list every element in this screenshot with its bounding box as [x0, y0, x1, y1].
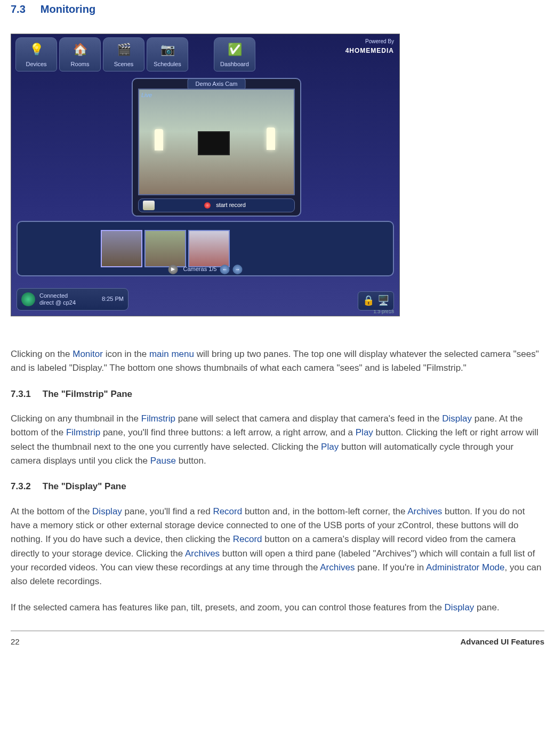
- nav-devices[interactable]: 💡Devices: [15, 37, 57, 71]
- record-link[interactable]: Record: [233, 534, 262, 544]
- record-link[interactable]: Record: [213, 506, 242, 516]
- play-link[interactable]: Play: [356, 427, 373, 437]
- archives-button[interactable]: [143, 201, 155, 210]
- intro-paragraph: Clicking on the Monitor icon in the main…: [11, 347, 544, 376]
- camera-feed[interactable]: Live: [138, 89, 295, 195]
- archives-link[interactable]: Archives: [320, 562, 355, 572]
- monitor-link[interactable]: Monitor: [73, 349, 103, 359]
- chapter-title: Advanced UI Features: [460, 635, 544, 648]
- brand-name: 4HOMEMEDIA: [345, 46, 394, 56]
- globe-icon: [21, 292, 35, 306]
- settings-icon: 🖥️: [377, 293, 389, 308]
- nav-dashboard[interactable]: ✅Dashboard: [214, 37, 255, 71]
- filmstrip-controls: ▶ Cameras 1/5 ← →: [168, 265, 243, 274]
- check-icon: ✅: [225, 41, 244, 59]
- tv-icon: [198, 131, 230, 155]
- display-paragraph-2: If the selected camera has features like…: [11, 601, 544, 615]
- bulb-icon: 💡: [27, 41, 46, 59]
- nav-scenes[interactable]: 🎬Scenes: [103, 37, 144, 71]
- filmstrip-pane: ▶ Cameras 1/5 ← →: [17, 221, 394, 276]
- room-scene: [139, 90, 294, 194]
- display-link[interactable]: Display: [442, 413, 472, 424]
- section-title: Monitoring: [41, 3, 95, 15]
- display-paragraph-1: At the bottom of the Display pane, you'l…: [11, 505, 544, 589]
- camera-thumbnail[interactable]: [188, 230, 230, 267]
- display-link[interactable]: Display: [92, 506, 122, 516]
- record-button[interactable]: [204, 202, 211, 209]
- status-connected: Connected: [39, 292, 98, 299]
- subsection-heading: 7.3.1The "Filmstrip" Pane: [11, 387, 544, 401]
- house-icon: 🏠: [70, 41, 90, 59]
- start-record-label: start record: [216, 201, 246, 210]
- section-number: 7.3: [11, 3, 26, 15]
- subsection-number: 7.3.1: [11, 389, 31, 399]
- status-bar: Connected direct @ cp24 8:25 PM: [17, 288, 128, 311]
- app-screenshot: Powered By 4HOMEMEDIA 💡Devices 🏠Rooms 🎬S…: [11, 34, 400, 316]
- nav-schedules[interactable]: 📷Schedules: [147, 37, 188, 71]
- camera-title: Demo Axis Cam: [188, 78, 246, 90]
- page-footer: 22 Advanced UI Features: [11, 631, 544, 651]
- clapper-icon: 🎬: [114, 41, 133, 59]
- filmstrip-link[interactable]: Filmstrip: [141, 413, 175, 424]
- display-controls: start record: [138, 198, 295, 212]
- archives-link[interactable]: Archives: [185, 548, 220, 559]
- subsection-title: The "Filmstrip" Pane: [43, 389, 132, 399]
- play-link[interactable]: Play: [321, 442, 339, 452]
- filmstrip-link[interactable]: Filmstrip: [66, 427, 100, 437]
- admin-mode-link[interactable]: Administrator Mode: [426, 562, 504, 572]
- status-time: 8:25 PM: [102, 295, 124, 304]
- powered-by-text: Powered By: [345, 37, 394, 46]
- version-label: 1.3-pre18: [373, 308, 394, 316]
- page-number: 22: [11, 635, 20, 648]
- filmstrip-paragraph: Clicking on any thumbnail in the Filmstr…: [11, 412, 544, 468]
- pause-link[interactable]: Pause: [150, 456, 176, 466]
- prev-camera-button[interactable]: ←: [220, 265, 229, 274]
- subsection-number: 7.3.2: [11, 481, 31, 491]
- main-nav: 💡Devices 🏠Rooms 🎬Scenes 📷Schedules ✅Dash…: [11, 34, 399, 71]
- powered-by-logo: Powered By 4HOMEMEDIA: [345, 37, 394, 55]
- status-host: direct @ cp24: [39, 299, 98, 306]
- display-link[interactable]: Display: [445, 602, 474, 612]
- lock-panel[interactable]: 🔒 🖥️: [358, 291, 394, 311]
- cameras-count: Cameras 1/5: [183, 265, 217, 274]
- camera-thumbnail[interactable]: [101, 230, 142, 267]
- camera-thumbnail[interactable]: [144, 230, 186, 267]
- subsection-heading: 7.3.2The "Display" Pane: [11, 480, 544, 494]
- thumbnail-row: [101, 230, 230, 267]
- display-pane: Demo Axis Cam Live start record: [132, 78, 301, 217]
- main-menu-link[interactable]: main menu: [149, 349, 194, 359]
- lamp-icon: [267, 128, 275, 150]
- archives-link[interactable]: Archives: [407, 506, 442, 516]
- play-button[interactable]: ▶: [168, 265, 178, 274]
- section-heading: 7.3Monitoring: [11, 0, 544, 34]
- lamp-icon: [155, 129, 163, 150]
- next-camera-button[interactable]: →: [232, 265, 242, 274]
- subsection-title: The "Display" Pane: [43, 481, 126, 491]
- camera-icon: 📷: [158, 41, 177, 59]
- nav-rooms[interactable]: 🏠Rooms: [59, 37, 101, 71]
- lock-icon: 🔒: [363, 293, 374, 308]
